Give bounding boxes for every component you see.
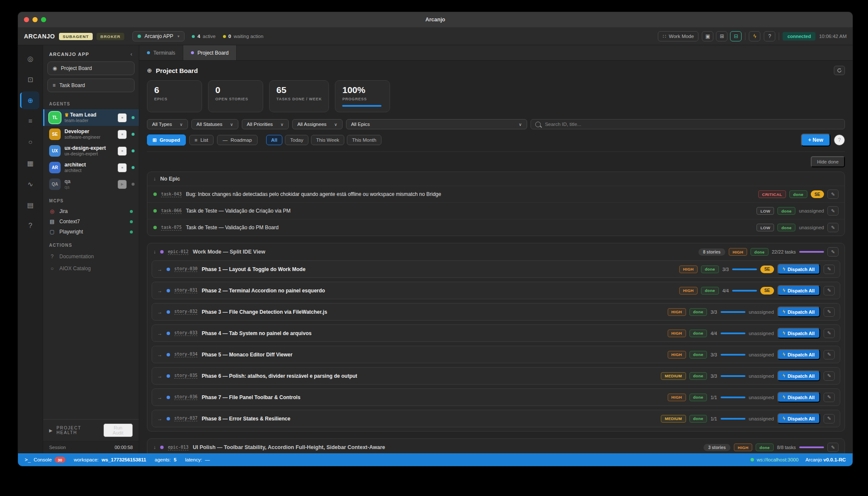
filter-all-statuses[interactable]: All Statuses∨: [191, 119, 238, 129]
edit-button[interactable]: ✎: [824, 329, 835, 338]
run-audit-button[interactable]: Run Audit: [103, 423, 133, 437]
work-mode-button[interactable]: ∷ Work Mode: [658, 31, 698, 41]
edit-button[interactable]: ✎: [824, 307, 835, 317]
story-id-link[interactable]: story-033: [174, 330, 197, 336]
list-icon[interactable]: ≡: [21, 112, 39, 130]
circle-icon[interactable]: ○: [21, 133, 39, 151]
dispatch-all-button[interactable]: ϟDispatch All: [777, 285, 820, 296]
dispatch-all-button[interactable]: ϟDispatch All: [777, 306, 820, 317]
filter-all-priorities[interactable]: All Priorities∨: [242, 119, 289, 129]
story-card[interactable]: →story-032Phase 3 — File Change Detectio…: [152, 303, 840, 321]
story-card[interactable]: →story-036Phase 7 — File Panel Toolbar &…: [152, 388, 840, 406]
story-card[interactable]: →story-034Phase 5 — Monaco Editor Diff V…: [152, 346, 840, 363]
task-row[interactable]: task-066Task de Teste — Validação de Cri…: [147, 202, 845, 219]
mcp-item-playwright[interactable]: ▢Playwright: [43, 227, 139, 237]
board-icon[interactable]: ⊕: [21, 91, 39, 109]
filter-all-types[interactable]: All Types∨: [147, 119, 188, 129]
task-row[interactable]: task-043Bug: Inbox changes não detectada…: [147, 186, 845, 202]
edit-button[interactable]: ✎: [827, 206, 839, 216]
app-selector[interactable]: Arcanjo APP ▾: [132, 31, 185, 41]
console-toggle[interactable]: >_ Console 30: [25, 457, 65, 463]
help-button[interactable]: ?: [764, 31, 775, 41]
epic-id-link[interactable]: epic-013: [168, 445, 188, 450]
story-card[interactable]: →story-037Phase 8 — Error States & Resil…: [152, 410, 840, 427]
project-health-label[interactable]: ▶PROJECT HEALTH: [49, 426, 103, 435]
task-id-link[interactable]: task-043: [161, 192, 182, 197]
search-input[interactable]: [544, 121, 840, 127]
edit-button[interactable]: ✎: [824, 371, 835, 381]
minimize-window-button[interactable]: [32, 17, 38, 22]
view-list-button[interactable]: ≡List: [189, 135, 214, 145]
layout-grid-icon[interactable]: ⊞: [716, 31, 727, 41]
agent-row-software-engineer[interactable]: SEDevelopersoftware-engineer■: [43, 126, 139, 143]
story-card[interactable]: →story-033Phase 4 — Tab System no painel…: [152, 324, 840, 342]
action-item-aiox-catalog[interactable]: ○AIOX Catalog: [43, 263, 139, 274]
websocket-url[interactable]: ws://localhost:3000: [751, 457, 799, 462]
new-button[interactable]: + New: [801, 134, 830, 146]
stop-agent-button[interactable]: ■: [117, 113, 127, 123]
dispatch-all-button[interactable]: ϟDispatch All: [777, 392, 820, 403]
view-grouped-button[interactable]: ⊞Grouped: [147, 134, 186, 146]
dispatch-all-button[interactable]: ϟDispatch All: [777, 349, 820, 360]
mcp-item-context7[interactable]: ▤Context7: [43, 216, 139, 227]
story-card[interactable]: →story-030Phase 1 — Layout & Toggle do W…: [152, 260, 840, 278]
edit-button[interactable]: ✎: [824, 286, 835, 295]
dispatch-all-button[interactable]: ϟDispatch All: [777, 264, 820, 274]
task-row[interactable]: task-075Task de Teste — Validação do PM …: [147, 219, 845, 236]
task-id-link[interactable]: task-066: [161, 208, 182, 214]
edit-button[interactable]: ✎: [824, 350, 835, 359]
layout-single-icon[interactable]: ▣: [702, 31, 713, 41]
board-help-button[interactable]: ?: [834, 134, 845, 146]
agent-row-ux-design-expert[interactable]: UXux-design-expertux-design-expert■: [43, 143, 139, 159]
zoom-window-button[interactable]: [41, 17, 46, 22]
stop-agent-button[interactable]: ■: [117, 146, 127, 156]
edit-button[interactable]: ✎: [827, 247, 839, 257]
stop-agent-button[interactable]: ■: [117, 163, 127, 172]
agent-row-architect[interactable]: ARarchitectarchitect■: [43, 159, 139, 176]
story-id-link[interactable]: story-030: [174, 266, 197, 272]
agent-row-team-leader[interactable]: TL♛Team Leadteam-leader■: [43, 109, 139, 126]
range-all-button[interactable]: All: [266, 135, 283, 145]
no-epic-header[interactable]: ↓No Epic: [147, 172, 845, 186]
edit-button[interactable]: ✎: [824, 414, 835, 423]
story-id-link[interactable]: story-036: [174, 394, 197, 400]
dispatch-all-button[interactable]: ϟDispatch All: [777, 371, 820, 381]
edit-button[interactable]: ✎: [824, 265, 835, 274]
story-id-link[interactable]: story-037: [174, 416, 197, 421]
close-window-button[interactable]: [24, 17, 29, 22]
help-icon[interactable]: ?: [21, 217, 39, 235]
range-today-button[interactable]: Today: [285, 135, 308, 145]
activity-icon[interactable]: ∿: [21, 175, 39, 193]
filter-all-assignees[interactable]: All Assignees∨: [292, 119, 343, 129]
mcp-item-jira[interactable]: ◎Jira: [43, 206, 139, 216]
target-icon[interactable]: ◎: [21, 50, 39, 67]
task-id-link[interactable]: task-075: [161, 225, 182, 230]
story-card[interactable]: →story-031Phase 2 — Terminal Accordion n…: [152, 282, 840, 299]
dispatch-all-button[interactable]: ϟDispatch All: [777, 413, 820, 424]
story-id-link[interactable]: story-031: [174, 288, 197, 293]
filter-all-epics[interactable]: All Epics∨: [346, 119, 527, 129]
range-this-month-button[interactable]: This Month: [347, 135, 381, 145]
hide-done-button[interactable]: Hide done: [811, 156, 845, 167]
bolt-button[interactable]: ϟ: [749, 31, 760, 41]
edit-button[interactable]: ✎: [827, 190, 839, 199]
start-agent-button[interactable]: ▶: [117, 180, 127, 189]
story-id-link[interactable]: story-034: [174, 352, 197, 357]
sidebar-item-task-board[interactable]: ≡Task Board: [47, 79, 135, 92]
story-id-link[interactable]: story-035: [174, 373, 197, 379]
dispatch-all-button[interactable]: ϟDispatch All: [777, 328, 820, 338]
epic-header[interactable]: ↓epic-013UI Polish — Toolbar Stability, …: [147, 439, 845, 453]
edit-button[interactable]: ✎: [824, 393, 835, 402]
collapse-sidebar-button[interactable]: ‹: [130, 51, 133, 57]
sidebar-item-project-board[interactable]: ◉Project Board: [47, 61, 135, 75]
epic-id-link[interactable]: epic-012: [168, 249, 188, 255]
edit-button[interactable]: ✎: [827, 223, 839, 232]
view-roadmap-button[interactable]: —Roadmap: [217, 135, 257, 145]
layout-split-icon[interactable]: ⊟: [730, 31, 742, 41]
story-id-link[interactable]: story-032: [174, 309, 197, 315]
refresh-button[interactable]: [834, 66, 845, 75]
epic-header[interactable]: ↓epic-012Work Mode — Split IDE View8 sto…: [147, 243, 845, 260]
agent-row-qa[interactable]: QAqaqa▶: [43, 176, 139, 193]
grid-icon[interactable]: ▦: [21, 154, 39, 172]
stop-agent-button[interactable]: ■: [117, 130, 127, 139]
